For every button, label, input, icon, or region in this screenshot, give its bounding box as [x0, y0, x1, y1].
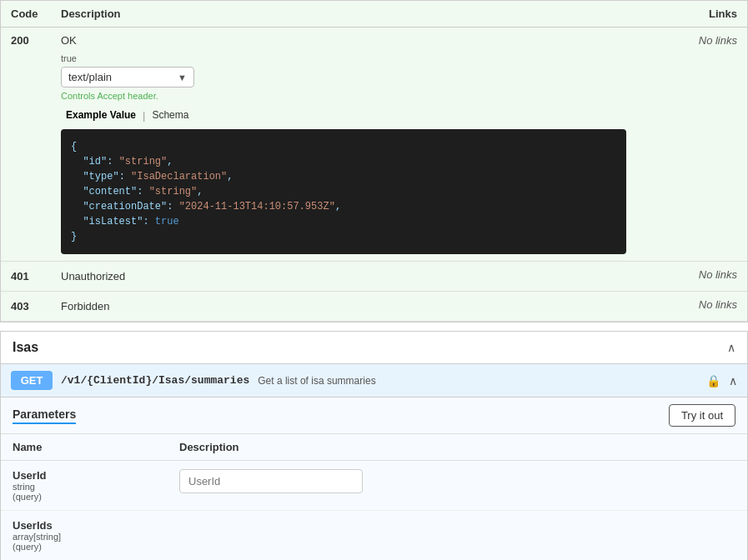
tab-separator: |	[141, 108, 147, 124]
param-userids-name: UserIds	[13, 519, 156, 532]
response-code-403: 403	[1, 292, 51, 322]
dropdown-chevron-icon: ▼	[178, 72, 187, 82]
param-userids-scope: (query)	[13, 542, 156, 552]
response-403-links: No links	[636, 292, 747, 322]
controls-accept-label: Controls Accept header.	[61, 91, 626, 101]
parameters-tab[interactable]: Parameters	[13, 408, 76, 424]
params-col-description: Description	[168, 434, 747, 461]
endpoint-bar[interactable]: GET /v1/{ClientId}/Isas/summaries Get a …	[1, 364, 747, 398]
param-userid-name: UserId	[13, 469, 156, 482]
table-row: UserId string (query)	[1, 461, 747, 511]
try-it-out-button[interactable]: Try it out	[669, 404, 735, 427]
response-403-description: Forbidden	[51, 292, 636, 322]
param-userid-scope: (query)	[13, 492, 156, 502]
param-userid-type: string	[13, 482, 156, 492]
table-row: 401 Unauthorized No links	[1, 262, 747, 292]
param-userids-cell: UserIds array[string] (query)	[1, 511, 168, 561]
table-row: UserIds array[string] (query)	[1, 511, 747, 561]
isas-section-header[interactable]: Isas ∧	[1, 332, 747, 364]
response-401-links: No links	[636, 262, 747, 292]
table-row: 200 OK true text/plain ▼ Controls Accept…	[1, 28, 747, 262]
col-header-code: Code	[1, 1, 51, 28]
isas-title: Isas	[13, 340, 38, 355]
isas-collapse-icon[interactable]: ∧	[727, 341, 735, 354]
endpoint-path: /v1/{ClientId}/Isas/summaries	[61, 374, 249, 387]
media-type-select[interactable]: text/plain ▼	[61, 67, 194, 88]
response-401-description: Unauthorized	[51, 262, 636, 292]
media-type-label: true	[61, 53, 626, 63]
code-block-200: { "id": "string", "type": "IsaDeclaratio…	[61, 129, 626, 254]
endpoint-chevron-icon[interactable]: ∧	[729, 374, 737, 388]
example-value-tab[interactable]: Example Value	[61, 108, 141, 124]
response-code-401: 401	[1, 262, 51, 292]
response-200-description: OK	[61, 34, 626, 47]
param-userid-desc-cell	[168, 461, 747, 511]
parameters-area: Parameters Try it out Name Description U…	[1, 398, 747, 560]
col-header-links: Links	[636, 1, 747, 28]
params-table: Name Description UserId string (query)	[1, 434, 747, 560]
endpoint-description: Get a list of isa summaries	[258, 375, 698, 387]
get-method-badge: GET	[11, 371, 53, 390]
isas-section: Isas ∧ GET /v1/{ClientId}/Isas/summaries…	[0, 331, 748, 560]
media-type-value: text/plain	[68, 71, 112, 83]
param-userids-desc-cell	[168, 511, 747, 561]
responses-section: Code Description Links 200 OK true text/…	[0, 0, 748, 322]
params-tab-bar: Parameters Try it out	[1, 398, 747, 434]
param-userids-type: array[string]	[13, 532, 156, 542]
responses-table: Code Description Links 200 OK true text/…	[1, 1, 747, 322]
params-col-name: Name	[1, 434, 168, 461]
schema-tab[interactable]: Schema	[147, 108, 193, 124]
response-code-200: 200	[1, 28, 51, 262]
lock-icon: 🔒	[706, 374, 720, 388]
response-200-cell: OK true text/plain ▼ Controls Accept hea…	[51, 28, 636, 262]
table-row: 403 Forbidden No links	[1, 292, 747, 322]
param-userid-input[interactable]	[179, 469, 363, 493]
col-header-description: Description	[51, 1, 636, 28]
example-schema-tabs: Example Value | Schema	[61, 108, 626, 124]
response-200-links: No links	[636, 28, 747, 262]
param-userid-cell: UserId string (query)	[1, 461, 168, 511]
